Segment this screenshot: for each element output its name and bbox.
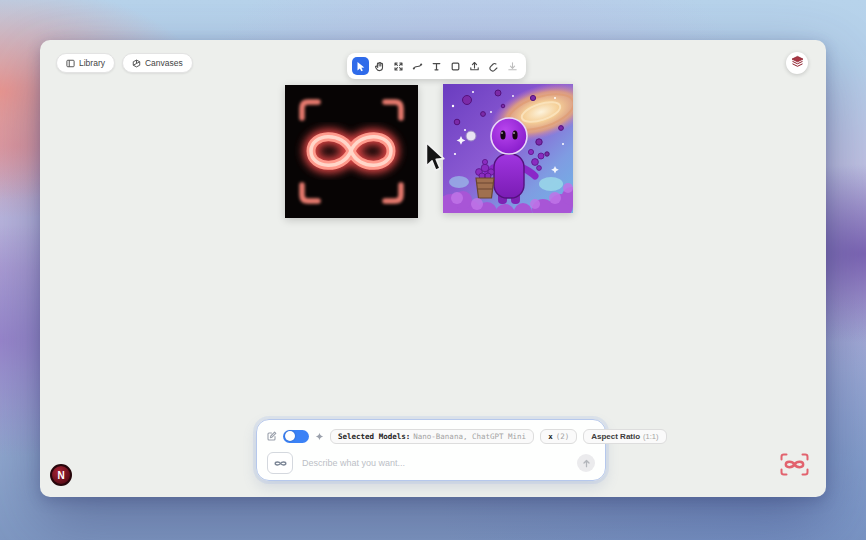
- selected-models-chip[interactable]: Selected Models: Nano-Banana, ChatGPT Mi…: [330, 429, 534, 444]
- aspect-ratio-chip[interactable]: Aspect Ratio (1:1): [583, 429, 666, 444]
- text-icon: [431, 61, 442, 72]
- top-nav: Library Canvases: [56, 53, 193, 73]
- brand-infinity-logo: [779, 452, 810, 481]
- upload-tool-button[interactable]: [466, 57, 483, 75]
- connector-tool-button[interactable]: [409, 57, 426, 75]
- select-tool-button[interactable]: [352, 57, 369, 75]
- connector-icon: [412, 61, 423, 72]
- sparkle-icon[interactable]: [315, 427, 324, 445]
- arrow-up-icon: [582, 456, 591, 471]
- selected-models-value: Nano-Banana, ChatGPT Mini: [413, 432, 526, 441]
- send-button[interactable]: [577, 454, 595, 472]
- paperclip-icon: [488, 61, 499, 72]
- attach-tool-button[interactable]: [485, 57, 502, 75]
- edit-icon[interactable]: [267, 427, 277, 445]
- download-tool-button[interactable]: [504, 57, 521, 75]
- aspect-ratio-value: (1:1): [643, 432, 658, 441]
- layers-button[interactable]: [786, 52, 808, 74]
- library-button[interactable]: Library: [56, 53, 115, 73]
- app-window: Library Canvases: [40, 40, 826, 497]
- infinity-model-icon: [267, 452, 293, 474]
- model-count-chip[interactable]: x (2): [540, 429, 577, 444]
- purple-astronaut-image[interactable]: [443, 84, 573, 213]
- prompt-options-row: Selected Models: Nano-Banana, ChatGPT Mi…: [267, 427, 595, 445]
- canvases-icon: [132, 59, 141, 68]
- prompt-input-row: [267, 452, 595, 474]
- prompt-bar: Selected Models: Nano-Banana, ChatGPT Mi…: [256, 419, 606, 481]
- canvases-label: Canvases: [145, 58, 183, 68]
- models-toggle[interactable]: [283, 430, 309, 443]
- cursor-icon: [355, 61, 366, 72]
- canvases-button[interactable]: Canvases: [122, 53, 193, 73]
- avatar-initial: N: [57, 470, 64, 481]
- aspect-ratio-label: Aspect Ratio: [591, 432, 640, 441]
- expand-tool-button[interactable]: [390, 57, 407, 75]
- upload-icon: [469, 61, 480, 72]
- layers-icon: [791, 54, 804, 72]
- hand-icon: [374, 61, 385, 72]
- count-value: (2): [556, 432, 570, 441]
- expand-icon: [393, 61, 404, 72]
- shape-icon: [450, 61, 461, 72]
- library-label: Library: [79, 58, 105, 68]
- download-icon: [507, 61, 518, 72]
- neon-infinity-image[interactable]: [285, 85, 418, 218]
- count-x: x: [548, 432, 553, 441]
- toggle-knob: [285, 431, 295, 441]
- user-avatar[interactable]: N: [50, 464, 72, 486]
- hand-tool-button[interactable]: [371, 57, 388, 75]
- prompt-input[interactable]: [300, 457, 570, 469]
- selected-models-label: Selected Models:: [338, 432, 410, 441]
- canvas-toolbar: [347, 53, 526, 79]
- shape-tool-button[interactable]: [447, 57, 464, 75]
- library-icon: [66, 59, 75, 68]
- text-tool-button[interactable]: [428, 57, 445, 75]
